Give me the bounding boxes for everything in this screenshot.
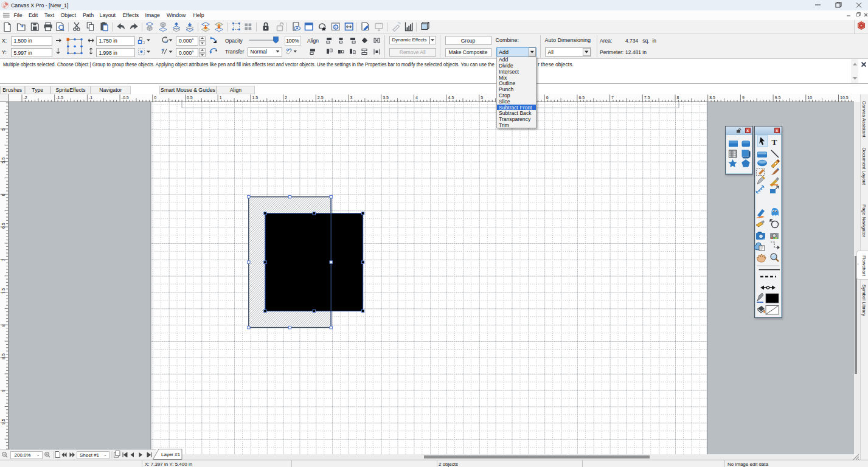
svg-text:4: 4 xyxy=(415,95,418,100)
svg-text:-1: -1 xyxy=(89,95,92,100)
svg-text:5: 5 xyxy=(481,95,483,100)
svg-text:8.5: 8.5 xyxy=(1,353,5,359)
svg-text:4.5: 4.5 xyxy=(448,95,454,100)
svg-text:10: 10 xyxy=(807,95,812,100)
svg-text:9: 9 xyxy=(1,390,5,392)
svg-text:6.5: 6.5 xyxy=(1,223,5,229)
svg-text:1: 1 xyxy=(220,95,222,100)
svg-text:7.5: 7.5 xyxy=(1,288,5,294)
svg-text:-1.5: -1.5 xyxy=(56,95,63,100)
svg-text:-2: -2 xyxy=(24,95,27,100)
svg-text:-0.5: -0.5 xyxy=(122,95,129,100)
svg-text:1.5: 1.5 xyxy=(252,95,258,100)
svg-text:Layer #1: Layer #1 xyxy=(161,452,181,457)
svg-text:0.5: 0.5 xyxy=(187,95,193,100)
svg-text:5.5: 5.5 xyxy=(1,157,5,164)
svg-text:9.5: 9.5 xyxy=(775,95,781,100)
svg-text:5: 5 xyxy=(1,128,5,131)
svg-text:3: 3 xyxy=(350,95,353,100)
svg-text:6.5: 6.5 xyxy=(578,95,585,100)
svg-text:8: 8 xyxy=(677,95,679,100)
svg-text:9: 9 xyxy=(742,95,745,100)
svg-text:6: 6 xyxy=(1,193,5,196)
svg-text:8.5: 8.5 xyxy=(709,95,715,100)
svg-text:2: 2 xyxy=(285,95,287,100)
svg-text:8: 8 xyxy=(1,324,5,327)
svg-text:3.5: 3.5 xyxy=(383,95,389,100)
svg-text:7: 7 xyxy=(611,95,614,100)
svg-text:7.5: 7.5 xyxy=(644,95,650,100)
svg-text:T: T xyxy=(772,137,777,147)
svg-text:7: 7 xyxy=(1,259,5,261)
svg-text:10.5: 10.5 xyxy=(840,95,849,100)
svg-text:2.5: 2.5 xyxy=(318,95,324,100)
svg-text:0: 0 xyxy=(154,95,156,100)
svg-text:9.5: 9.5 xyxy=(1,418,5,424)
svg-text:6: 6 xyxy=(546,95,549,100)
